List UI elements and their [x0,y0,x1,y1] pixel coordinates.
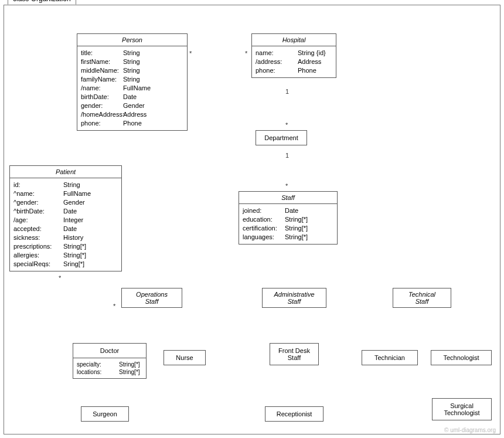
attr-type: Gender [123,101,145,110]
class-technical-staff: TechnicalStaff [393,288,451,308]
attr-type: String [123,75,140,84]
watermark: © uml-diagrams.org [444,427,496,433]
attr-type: Phone [298,66,316,75]
attr-name: familyName: [81,75,123,84]
attr-name: phone: [256,66,298,75]
attr-name: education: [243,215,285,224]
attr-type: Date [63,207,77,216]
attr-type: Phone [123,119,142,128]
class-title: Receptionist [265,407,323,421]
attr-type: String[*] [63,242,86,251]
class-title: TechnicalStaff [393,288,451,307]
class-title: Technologist [431,351,491,365]
attr-name: allergies: [13,251,63,260]
attr-type: FullName [123,84,151,93]
attr-type: FullName [63,189,91,198]
attr-type: Integer [63,216,83,225]
attr-type: Date [123,93,137,101]
class-title: Technician [362,351,417,365]
class-nurse: Nurse [164,350,206,365]
class-title: Staff [239,192,337,203]
class-title: Department [256,131,307,145]
mult-label: * [245,50,247,57]
attr-name: ^name: [13,189,63,198]
attr-name: phone: [81,119,123,128]
attr-name: firstName: [81,57,123,66]
attr-type: History [63,233,83,242]
attr-type: String [63,181,80,189]
attr-type: String [123,49,140,57]
class-administrative-staff: AdministrativeStaff [262,288,326,308]
class-title: SurgicalTechnologist [433,399,491,420]
attr-type: Address [123,110,147,119]
class-patient: Patient id:String^name:FullName^gender:G… [9,165,122,271]
class-receptionist: Receptionist [265,406,323,422]
class-title: OperationsStaff [122,288,182,307]
frame-label: class Organization [8,0,76,5]
class-doctor: Doctor specialty:String[*]locations:Stri… [73,343,147,379]
attr-type: String[*] [285,233,308,242]
class-hospital: Hospital name:String {id}/address:Addres… [251,33,336,78]
attr-name: birthDate: [81,93,123,101]
attr-name: gender: [81,101,123,110]
attr-name: languages: [243,233,285,242]
attr-name: sickness: [13,233,63,242]
attr-name: /age: [13,216,63,225]
class-surgeon: Surgeon [81,406,129,422]
class-person: Person title:StringfirstName:Stringmiddl… [77,33,188,131]
attr-name: id: [13,181,63,189]
mult-label: * [113,303,115,310]
attr-name: title: [81,49,123,57]
attr-name: specialty: [77,361,119,368]
attr-name: joined: [243,206,285,215]
class-front-desk-staff: Front DeskStaff [270,343,319,365]
mult-label: * [59,274,61,281]
class-surgical-technologist: SurgicalTechnologist [432,398,492,420]
attr-name: specialReqs: [13,260,63,269]
attr-type: String [123,66,140,75]
class-title: Front DeskStaff [270,344,318,365]
mult-label: * [285,121,288,128]
attr-name: prescriptions: [13,242,63,251]
attr-name: name: [256,49,298,57]
class-department: Department [256,130,307,145]
attr-name: /homeAddress: [81,110,123,119]
class-title: AdministrativeStaff [263,288,326,307]
attr-type: String[*] [285,224,308,233]
attr-type: String[*] [285,215,308,224]
attr-type: String[*] [119,361,140,368]
class-title: Patient [10,166,121,178]
attr-type: String[*] [63,251,86,260]
attr-type: Address [298,57,321,66]
attr-name: ^birthDate: [13,207,63,216]
class-title: Nurse [164,351,205,365]
attr-type: Date [63,225,77,233]
attr-type: Sring[*] [63,260,84,269]
attr-name: ^gender: [13,198,63,207]
class-technologist: Technologist [431,350,492,365]
class-title: Surgeon [81,407,128,421]
attr-type: Date [285,206,298,215]
attr-name: locations: [77,368,119,376]
class-title: Doctor [73,344,146,358]
attr-name: /name: [81,84,123,93]
attr-type: String [123,57,140,66]
attr-type: String {id} [298,49,326,57]
mult-label: 1 [285,152,289,159]
class-title: Hospital [252,34,336,46]
mult-label: * [285,182,288,189]
class-staff: Staff joined:Dateeducation:String[*]cert… [239,191,338,245]
attr-type: String[*] [119,368,140,376]
attr-name: certification: [243,224,285,233]
class-technician: Technician [362,350,418,365]
mult-label: * [189,50,192,57]
mult-label: 1 [285,88,289,95]
class-operations-staff: OperationsStaff [121,288,182,308]
attr-name: middleName: [81,66,123,75]
class-title: Person [77,34,187,46]
attr-name: accepted: [13,225,63,233]
attr-name: /address: [256,57,298,66]
attr-type: Gender [63,198,85,207]
